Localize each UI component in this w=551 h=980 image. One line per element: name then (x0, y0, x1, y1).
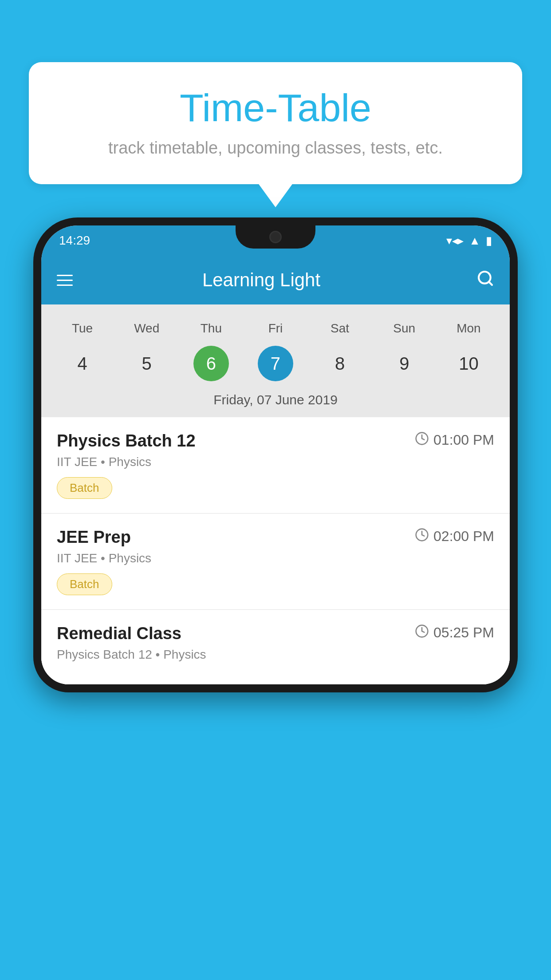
schedule-title-3: Remedial Class (57, 624, 181, 643)
schedule-time-text-1: 01:00 PM (433, 432, 494, 448)
app-bar: Learning Light (41, 256, 510, 304)
calendar-day-10[interactable]: 10 (451, 346, 486, 381)
calendar-day-6-today[interactable]: 6 (193, 346, 229, 381)
calendar-day-7-selected[interactable]: 7 (258, 346, 293, 381)
day-header-thu: Thu (179, 318, 243, 339)
calendar-day-5[interactable]: 5 (129, 346, 165, 381)
schedule-subtitle-3: Physics Batch 12 • Physics (57, 648, 494, 662)
schedule-item-1-header: Physics Batch 12 01:00 PM (57, 431, 494, 450)
search-button[interactable] (476, 269, 494, 291)
svg-line-1 (489, 281, 492, 285)
bubble-title: Time-Table (55, 87, 496, 130)
phone-camera (269, 231, 282, 243)
calendar-day-8[interactable]: 8 (322, 346, 358, 381)
app-title: Learning Light (86, 269, 437, 291)
status-time: 14:29 (59, 233, 90, 248)
schedule-time-3: 05:25 PM (415, 624, 494, 641)
day-header-tue: Tue (50, 318, 114, 339)
day-header-sat: Sat (308, 318, 372, 339)
wifi-icon: ▾◂▸ (446, 234, 464, 248)
schedule-item-3[interactable]: Remedial Class 05:25 PM Physics Batch (41, 610, 510, 684)
schedule-subtitle-1: IIT JEE • Physics (57, 455, 494, 469)
selected-date-label: Friday, 07 June 2019 (50, 388, 501, 417)
phone-screen: 14:29 ▾◂▸ ▲ ▮ Learning Light (41, 225, 510, 684)
day-header-fri: Fri (243, 318, 307, 339)
day-numbers: 4 5 6 7 8 9 10 (50, 344, 501, 388)
bubble-subtitle: track timetable, upcoming classes, tests… (55, 138, 496, 158)
batch-badge-1: Batch (57, 477, 112, 499)
clock-icon-1 (415, 431, 429, 449)
schedule-time-text-2: 02:00 PM (433, 528, 494, 545)
schedule-item-1[interactable]: Physics Batch 12 01:00 PM IIT JEE • P (41, 417, 510, 514)
calendar-section: Tue Wed Thu Fri Sat Sun Mon 4 5 6 7 8 9 … (41, 304, 510, 417)
schedule-time-text-3: 05:25 PM (433, 624, 494, 641)
signal-icon: ▲ (469, 234, 480, 248)
schedule-item-2-header: JEE Prep 02:00 PM (57, 528, 494, 547)
speech-bubble: Time-Table track timetable, upcoming cla… (29, 62, 522, 184)
phone-container: 14:29 ▾◂▸ ▲ ▮ Learning Light (33, 217, 518, 980)
speech-bubble-container: Time-Table track timetable, upcoming cla… (29, 62, 522, 184)
schedule-item-2[interactable]: JEE Prep 02:00 PM IIT JEE • Physics (41, 514, 510, 610)
schedule-title-2: JEE Prep (57, 528, 131, 547)
day-header-sun: Sun (372, 318, 437, 339)
schedule-list: Physics Batch 12 01:00 PM IIT JEE • P (41, 417, 510, 684)
schedule-time-2: 02:00 PM (415, 528, 494, 545)
calendar-day-4[interactable]: 4 (65, 346, 100, 381)
phone-notch (236, 225, 315, 249)
clock-icon-2 (415, 528, 429, 545)
calendar-day-9[interactable]: 9 (386, 346, 422, 381)
schedule-item-3-header: Remedial Class 05:25 PM (57, 624, 494, 643)
day-headers: Tue Wed Thu Fri Sat Sun Mon (50, 313, 501, 344)
day-header-wed: Wed (114, 318, 179, 339)
schedule-time-1: 01:00 PM (415, 431, 494, 449)
day-header-mon: Mon (437, 318, 501, 339)
clock-icon-3 (415, 624, 429, 641)
schedule-subtitle-2: IIT JEE • Physics (57, 551, 494, 565)
status-icons: ▾◂▸ ▲ ▮ (446, 234, 492, 248)
phone-outer: 14:29 ▾◂▸ ▲ ▮ Learning Light (33, 217, 518, 692)
menu-icon[interactable] (57, 275, 73, 286)
battery-icon: ▮ (486, 234, 492, 248)
schedule-title-1: Physics Batch 12 (57, 431, 196, 450)
batch-badge-2: Batch (57, 573, 112, 595)
